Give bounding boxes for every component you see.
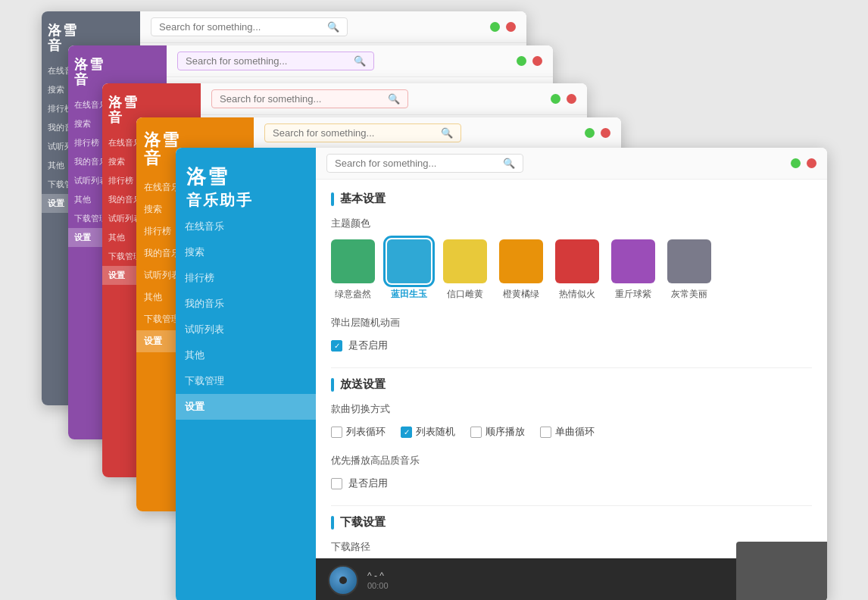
- close-dot-orange[interactable]: [601, 128, 610, 138]
- theme-label: 主题颜色: [331, 217, 812, 230]
- theme-color-grid: 绿意盎然 蓝田生玉 信口雌黄 橙黄橘绿: [331, 239, 812, 301]
- minimize-dot-purple[interactable]: [517, 56, 526, 66]
- search-box-orange[interactable]: 🔍: [264, 123, 461, 142]
- playback-list-loop[interactable]: 列表循环: [331, 425, 386, 439]
- player-controls-text: ^ - ^: [367, 570, 793, 581]
- sequential-checkbox[interactable]: [470, 427, 482, 438]
- nav-download-blue[interactable]: 下载管理: [176, 368, 316, 394]
- playback-list-random[interactable]: ✓ 列表随机: [401, 425, 455, 439]
- theme-purple[interactable]: 重斤球紫: [611, 239, 655, 301]
- close-dot-blue[interactable]: [807, 158, 816, 168]
- list-loop-checkbox[interactable]: [331, 427, 342, 438]
- player-disc: [328, 565, 358, 595]
- nav-settings-blue[interactable]: 设置: [176, 394, 316, 420]
- win-controls-blue: [791, 158, 816, 168]
- popup-anim-row[interactable]: ✓ 是否启用: [331, 339, 812, 352]
- nav-online-blue[interactable]: 在线音乐: [176, 214, 316, 239]
- theme-swatch-red[interactable]: [555, 239, 599, 283]
- playback-section-title: 放送设置: [340, 377, 386, 392]
- search-box-red[interactable]: 🔍: [211, 89, 408, 108]
- playback-sequential[interactable]: 顺序播放: [470, 425, 525, 439]
- titlebar-gray: 🔍: [140, 11, 526, 43]
- hq-group: 优先播放高品质音乐 是否启用: [331, 454, 812, 490]
- theme-swatch-yellow[interactable]: [443, 239, 487, 283]
- search-input-purple[interactable]: [186, 55, 351, 67]
- titlebar-purple: 🔍: [167, 45, 553, 77]
- player-time: 00:00: [367, 581, 793, 590]
- theme-swatch-green[interactable]: [331, 239, 375, 283]
- theme-gray[interactable]: 灰常美丽: [667, 239, 711, 301]
- win-controls-red: [551, 94, 576, 104]
- search-input-orange[interactable]: [273, 127, 438, 139]
- theme-green[interactable]: 绿意盎然: [331, 239, 375, 301]
- sequential-label: 顺序播放: [486, 425, 525, 439]
- search-box-purple[interactable]: 🔍: [177, 52, 374, 70]
- playback-section-header: 放送设置: [331, 377, 812, 392]
- theme-label-blue: 蓝田生玉: [391, 288, 427, 301]
- thumbnail-corner: [736, 542, 827, 600]
- playback-single-loop[interactable]: 单曲循环: [540, 425, 595, 439]
- theme-red[interactable]: 热情似火: [555, 239, 599, 301]
- playback-mode-label: 款曲切换方式: [331, 402, 812, 416]
- nav-mymusic-blue[interactable]: 我的音乐: [176, 291, 316, 317]
- theme-swatch-gray[interactable]: [667, 239, 711, 283]
- search-icon-orange: 🔍: [441, 127, 453, 139]
- close-dot-purple[interactable]: [532, 56, 542, 66]
- hq-checkbox[interactable]: [331, 478, 342, 489]
- theme-swatch-purple[interactable]: [611, 239, 655, 283]
- search-input-red[interactable]: [220, 93, 385, 105]
- popup-anim-checkbox[interactable]: ✓: [331, 340, 342, 352]
- basic-section-title: 基本设置: [340, 192, 386, 206]
- search-icon-purple: 🔍: [354, 55, 366, 67]
- popup-anim-option-label[interactable]: 是否启用: [348, 339, 388, 352]
- section-bar-playback: [331, 378, 334, 392]
- minimize-dot-orange[interactable]: [585, 128, 595, 138]
- theme-label-red: 热情似火: [559, 288, 595, 301]
- section-bar-download: [331, 516, 334, 530]
- theme-label-green: 绿意盎然: [335, 288, 371, 301]
- close-dot-gray[interactable]: [506, 22, 516, 32]
- theme-orange[interactable]: 橙黄橘绿: [499, 239, 543, 301]
- playback-mode-group: 款曲切换方式 列表循环 ✓ 列表随机 顺序播放: [331, 402, 812, 439]
- single-loop-checkbox[interactable]: [540, 427, 551, 438]
- settings-panel: 基本设置 主题颜色 绿意盎然 蓝田生玉 信口雌黄: [316, 180, 827, 558]
- titlebar-red: 🔍: [201, 83, 587, 115]
- search-icon-gray: 🔍: [327, 21, 339, 33]
- nav-trial-blue[interactable]: 试听列表: [176, 317, 316, 342]
- search-input-blue[interactable]: [335, 158, 500, 169]
- win-controls-purple: [517, 56, 542, 66]
- player-disc-inner: [339, 577, 347, 584]
- window-blue: 洛雪音乐助手 在线音乐 搜索 排行榜 我的音乐 试听列表 其他 下载管理 设置 …: [176, 148, 827, 600]
- search-box-gray[interactable]: 🔍: [151, 17, 348, 36]
- titlebar-blue: 🔍: [316, 148, 827, 180]
- minimize-dot-blue[interactable]: [791, 158, 801, 168]
- close-dot-red[interactable]: [567, 94, 576, 104]
- theme-yellow[interactable]: 信口雌黄: [443, 239, 487, 301]
- list-loop-label: 列表循环: [346, 425, 386, 439]
- search-icon-blue: 🔍: [503, 158, 515, 169]
- minimize-dot-gray[interactable]: [490, 22, 500, 32]
- player-bar: ^ - ^ 00:00 ^-^: [316, 558, 827, 600]
- hq-label: 优先播放高品质音乐: [331, 454, 812, 467]
- theme-swatch-blue[interactable]: [387, 239, 431, 283]
- popup-anim-group: 弹出层随机动画 ✓ 是否启用: [331, 316, 812, 352]
- list-random-checkbox[interactable]: ✓: [401, 427, 412, 438]
- list-random-label: 列表随机: [416, 425, 455, 439]
- sidebar-nav-blue: 在线音乐 搜索 排行榜 我的音乐 试听列表 其他 下载管理 设置: [176, 214, 316, 600]
- theme-label-gray: 灰常美丽: [671, 288, 707, 301]
- hq-row[interactable]: 是否启用: [331, 477, 812, 490]
- theme-swatch-orange[interactable]: [499, 239, 543, 283]
- search-box-blue[interactable]: 🔍: [326, 154, 523, 173]
- minimize-dot-red[interactable]: [551, 94, 560, 104]
- win-controls-orange: [585, 128, 610, 138]
- search-input-gray[interactable]: [159, 21, 324, 33]
- hq-option-label[interactable]: 是否启用: [348, 477, 388, 490]
- theme-label-purple: 重斤球紫: [615, 288, 651, 301]
- theme-label-yellow: 信口雌黄: [447, 288, 483, 301]
- nav-charts-blue[interactable]: 排行榜: [176, 265, 316, 291]
- nav-search-blue[interactable]: 搜索: [176, 239, 316, 265]
- nav-other-blue[interactable]: 其他: [176, 342, 316, 368]
- download-section-header: 下载设置: [331, 515, 812, 530]
- theme-blue[interactable]: 蓝田生玉: [387, 239, 431, 301]
- single-loop-label: 单曲循环: [555, 425, 595, 439]
